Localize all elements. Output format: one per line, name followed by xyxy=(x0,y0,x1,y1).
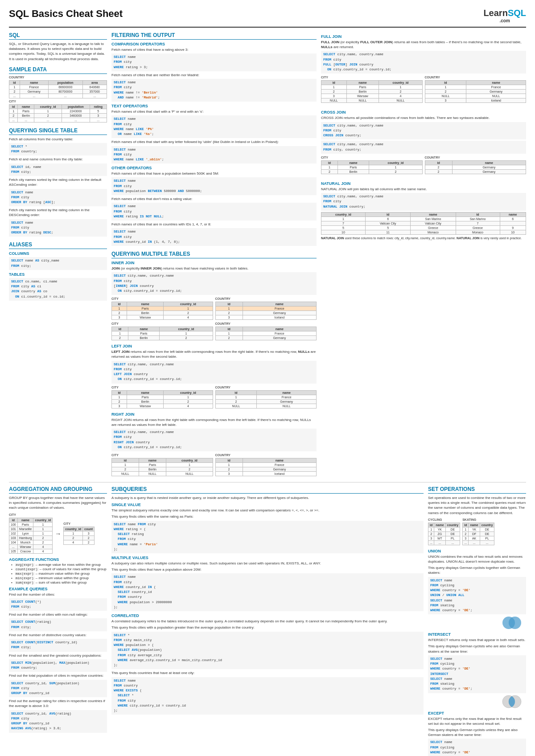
ex-code1: SELECT COUNT(*)FROM city; xyxy=(9,598,107,611)
td: 2 xyxy=(215,336,243,340)
natural-join-result: country_ididnameidname 16San MarinoSan M… xyxy=(321,212,526,235)
th: name xyxy=(20,80,48,85)
td: 100 xyxy=(9,522,18,527)
comp-desc2: Fetch names of cities that are neither B… xyxy=(111,73,317,78)
td: Paris xyxy=(337,165,369,169)
td: 6 xyxy=(500,217,526,221)
td: 3 xyxy=(112,404,127,408)
th: id xyxy=(112,327,128,331)
td: PL xyxy=(480,536,494,540)
union-venn-svg xyxy=(502,616,526,630)
td: 3 xyxy=(463,536,469,540)
td: France xyxy=(466,85,526,90)
agg-functions-title: AGGREGATE FUNCTIONS xyxy=(9,557,107,562)
city-lbl3: CITY xyxy=(111,386,213,389)
td: 2 xyxy=(64,535,83,540)
agg-result-data: country_idcount 13 22 42 xyxy=(63,527,95,545)
td: 1 xyxy=(428,527,434,531)
aliases-title: ALIASES xyxy=(9,241,107,249)
td: 2 xyxy=(83,540,95,544)
th: id xyxy=(456,212,500,217)
full-join-desc: FULL JOIN (or explicitly FULL OUTER JOIN… xyxy=(321,40,526,49)
filtering-section: FILTERING THE OUTPUT COMPARISON OPERATOR… xyxy=(111,32,317,247)
city-lbl6: CITY xyxy=(321,156,423,159)
text-code1: SELECT nameFROM cityWHERE name LIKE 'P%'… xyxy=(111,115,317,138)
td: NULL xyxy=(166,472,213,476)
td: Germany xyxy=(452,165,526,169)
td: WT xyxy=(434,536,445,540)
set-ops-title: SET OPERATIONS xyxy=(428,486,526,494)
inner-country-table: COUNTRY idname 1France 2Germany 3Iceland xyxy=(215,296,317,321)
td: Paris xyxy=(18,109,34,113)
full-result-city-data: idnamecountry_id 1Paris1 2Berlin2 3Warsa… xyxy=(321,80,423,103)
th: country_id xyxy=(34,104,62,109)
th: population xyxy=(62,104,90,109)
except-code: SELECT name FROM cycling WHERE country =… xyxy=(428,739,526,756)
page: SQL Basics Cheat Sheet LearnSQL .com SQL… xyxy=(0,0,535,756)
td: 103 xyxy=(9,535,18,540)
td: Germany xyxy=(243,311,316,315)
td: PL xyxy=(445,536,460,540)
td: DF xyxy=(469,531,480,536)
td: 2 xyxy=(425,165,452,169)
th: id xyxy=(215,458,243,463)
multiple-desc1: A subquery can also return multiple colu… xyxy=(111,561,424,566)
td: NULL xyxy=(215,404,257,408)
union-desc2: This query displays German cyclists toge… xyxy=(428,565,526,575)
logo-dot: .com xyxy=(483,18,526,23)
td: 2 xyxy=(164,311,213,315)
td: 2 xyxy=(321,169,338,174)
td: Warsaw xyxy=(127,315,164,320)
td: 2 xyxy=(164,399,213,404)
skating-table: idnamecountry 1YKDE 2DFDE 3AKPL ........… xyxy=(462,523,494,545)
td: NULL xyxy=(466,94,526,98)
td: France xyxy=(20,85,48,89)
td: 10 xyxy=(500,230,526,234)
td: Germany xyxy=(243,336,316,340)
natural-join-section: NATURAL JOIN NATURAL JOIN will join tabl… xyxy=(321,179,526,242)
td: ... xyxy=(463,540,469,545)
country-table: id name population area 1France666000006… xyxy=(9,80,107,98)
td: 1 xyxy=(321,217,366,221)
country-label: COUNTRY xyxy=(9,76,107,79)
right-join-desc: RIGHT JOIN returns all rows from the rig… xyxy=(111,417,317,427)
td: 2 xyxy=(321,90,347,94)
text-code2: SELECT nameFROM cityWHERE name LIKE '_ub… xyxy=(111,146,317,164)
natural-join-desc: NATURAL JOIN will join tables by all col… xyxy=(321,187,526,192)
comp-code2: SELECT nameFROM cityWHERE name != 'Berli… xyxy=(111,79,317,102)
th: id xyxy=(112,302,127,306)
country-lbl5: COUNTRY xyxy=(425,76,527,79)
cross-result: CITY idnamecountry_id 1Paris1 2Berlin2 C… xyxy=(321,155,526,176)
logo-sql: SQL xyxy=(508,8,526,18)
th: country_id xyxy=(321,212,366,217)
td: ... xyxy=(428,540,434,545)
th: name xyxy=(452,160,526,165)
td: 1 xyxy=(112,331,128,336)
td: Hamburg xyxy=(17,535,33,540)
th: area xyxy=(82,80,107,85)
comp-code1: SELECT nameFROM cityWHERE rating > 3; xyxy=(111,53,317,71)
td: 3 xyxy=(112,315,127,320)
inner-city-table: CITY idnamecountry_id 1Paris1 2Berlin2 3… xyxy=(111,296,213,321)
td: 104 xyxy=(9,540,18,544)
cross-join-section: CROSS JOIN CROSS JOIN returns all possib… xyxy=(321,108,526,175)
td xyxy=(500,221,526,225)
td: 4 xyxy=(379,94,422,98)
td: ... xyxy=(480,540,494,545)
cross-result-country: COUNTRY idname 2Germany 2Germany xyxy=(425,155,527,176)
tables-label: TABLES xyxy=(9,272,107,277)
td: Germany xyxy=(243,467,316,472)
col2: FILTERING THE OUTPUT COMPARISON OPERATOR… xyxy=(111,32,317,478)
td: ... xyxy=(82,94,107,98)
left-result-country-data: idname 1France 2Germany NULLNULL xyxy=(215,390,317,409)
main-grid: SQL SQL, or Structured Query Language, i… xyxy=(9,32,526,478)
td: 2 xyxy=(160,336,213,340)
cross-join-title: CROSS JOIN xyxy=(321,110,526,114)
td: Vatican City xyxy=(365,221,410,225)
querying-single-title: QUERYING SINGLE TABLE xyxy=(9,127,107,135)
qs-code2: SELECT id, nameFROM city; xyxy=(9,163,107,176)
logo-learn: Learn xyxy=(483,8,507,18)
td: ... xyxy=(9,94,20,98)
intersect-section: INTERSECT INTERSECT returns only rows th… xyxy=(428,632,526,708)
list-item: max(expr) – maximum value within the gro… xyxy=(11,572,107,576)
